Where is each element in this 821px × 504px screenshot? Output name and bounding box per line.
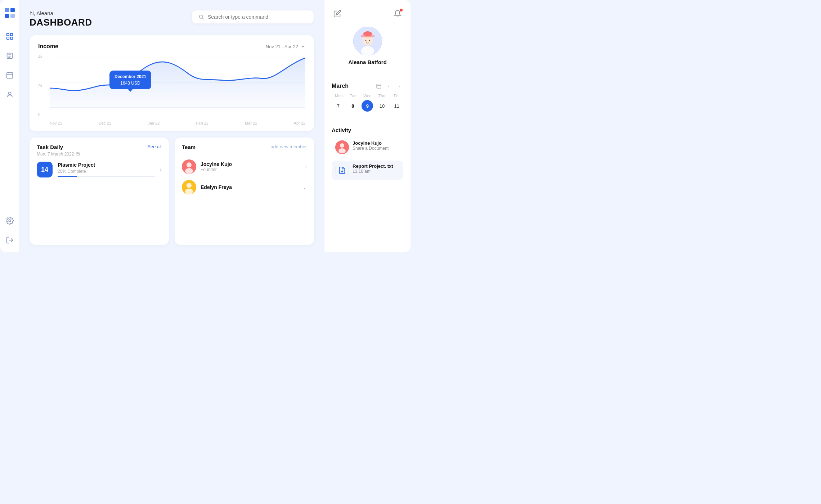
task-daily-card: Task Daily See all Mon, 7 March 2022 14 … [30,138,169,245]
activity-desc-file: 13.10 am [353,169,393,174]
profile-section: Aleana Batford [332,27,403,65]
divider-2 [332,122,403,122]
svg-rect-2 [5,14,9,18]
calendar-icon-small [376,83,382,89]
calendar-controls: ‹ › [376,82,403,90]
task-progress-fill [58,176,77,177]
team-card-top: Team add new member [182,144,307,150]
task-card-title: Task Daily [37,144,63,150]
member-avatar-jocylne [182,159,196,174]
chart-y-labels: 4k 2k 0 [38,53,48,125]
cal-day-9[interactable]: 9 [362,100,373,112]
x-label-apr22: Apr 22 [294,121,305,125]
sidebar-item-logout[interactable] [5,235,14,245]
notification-icon[interactable] [392,8,403,19]
svg-rect-4 [6,33,9,36]
day-header-wed: Wed [360,94,375,98]
calendar-days-header: Mon Tue Wed Thu Fri [332,94,403,98]
income-chart-card: Income Nov 21 - Apr 22 4k 2k 0 [30,35,314,131]
x-label-nov21: Nov 21 [50,121,62,125]
team-card: Team add new member Jocylne Kujo Founder [175,138,314,245]
task-arrow-icon[interactable]: › [160,166,162,173]
x-label-dec21: Dec 21 [99,121,111,125]
calendar-header: March ‹ › [332,82,403,90]
file-download-icon [338,166,346,174]
svg-rect-25 [76,153,80,156]
search-input[interactable] [208,14,307,20]
x-label-feb22: Feb 22 [196,121,208,125]
panel-top-icons [332,8,403,19]
cal-day-11[interactable]: 11 [391,100,403,112]
svg-rect-12 [6,73,13,78]
add-member-button[interactable]: add new member [271,144,307,149]
bottom-row: Task Daily See all Mon, 7 March 2022 14 … [30,138,314,245]
svg-point-30 [187,162,192,167]
task-progress-text: 20% Complete [58,169,155,174]
sidebar-logo[interactable] [4,7,15,19]
chart-date-range-text: Nov 21 - Apr 22 [266,44,298,49]
main-content: hi, Aleana DASHBOARD Income Nov 21 - Apr… [19,0,324,252]
calendar-icon [76,152,80,156]
cal-day-10[interactable]: 10 [376,100,388,112]
task-name: Plasmic Project [58,162,155,168]
team-card-title: Team [182,144,196,150]
sidebar-item-dashboard[interactable] [5,32,14,41]
task-card-date: Mon, 7 March 2022 [37,152,162,157]
right-panel: Aleana Batford March ‹ › Mon Tue Wed Thu… [324,0,410,252]
task-item: 14 Plasmic Project 20% Complete › [37,162,162,177]
day-header-mon: Mon [332,94,346,98]
activity-text-file: Report Project. txt 13.10 am [353,163,393,174]
svg-point-41 [369,40,370,41]
member-avatar-edelyn [182,180,196,194]
cal-day-8[interactable]: 8 [347,100,359,112]
member-arrow-jocylne[interactable]: › [305,164,307,170]
sidebar-item-tasks[interactable] [5,51,14,60]
activity-item-file: Report Project. txt 13.10 am [332,161,403,180]
team-member-edelyn: Edelyn Freya ⌄ [182,177,307,197]
chart-date-range[interactable]: Nov 21 - Apr 22 [266,44,305,49]
day-header-thu: Thu [374,94,389,98]
calendar-prev-button[interactable]: ‹ [385,82,392,90]
x-label-mar22: Mar 22 [245,121,257,125]
svg-rect-7 [10,37,12,39]
header-greeting: hi, Aleana [30,10,92,16]
chart-svg [50,53,305,115]
svg-point-31 [185,168,193,174]
calendar-days: 7 8 9 10 11 [332,100,403,112]
svg-rect-0 [5,8,9,12]
page-header: hi, Aleana DASHBOARD [30,10,314,28]
sidebar-item-calendar[interactable] [5,71,14,80]
task-badge: 14 [37,162,53,177]
svg-rect-6 [6,37,9,39]
see-all-button[interactable]: See all [147,144,162,149]
y-label-0: 0 [38,112,48,117]
task-progress-bar [58,176,155,177]
x-label-jan22: Jan 22 [148,121,160,125]
task-info: Plasmic Project 20% Complete [58,162,155,177]
svg-point-40 [365,40,366,41]
y-label-2k: 2k [38,84,48,88]
calendar-month: March [332,83,349,89]
sidebar-item-settings[interactable] [5,216,14,225]
member-arrow-edelyn[interactable]: ⌄ [302,184,307,190]
activity-avatar-jocylne [335,140,349,154]
chart-title: Income [38,43,58,50]
member-name-edelyn: Edelyn Freya [201,184,298,190]
search-icon [198,14,204,20]
svg-line-20 [202,18,204,19]
member-info-edelyn: Edelyn Freya [201,184,298,190]
edit-icon[interactable] [332,8,343,19]
calendar-next-button[interactable]: › [395,82,403,90]
notification-dot [400,9,403,12]
svg-point-46 [338,148,346,153]
profile-name: Aleana Batford [348,59,387,65]
search-bar[interactable] [192,10,314,24]
chart-area: 4k 2k 0 [38,53,305,125]
sidebar-item-profile[interactable] [5,90,14,99]
chart-x-labels: Nov 21 Dec 21 Jan 22 Feb 22 Mar 22 Apr 2… [50,121,305,125]
svg-point-33 [187,183,192,188]
task-card-top: Task Daily See all [37,144,162,150]
svg-point-39 [363,31,372,36]
cal-day-7[interactable]: 7 [332,100,344,112]
team-member-jocylne: Jocylne Kujo Founder › [182,157,307,177]
